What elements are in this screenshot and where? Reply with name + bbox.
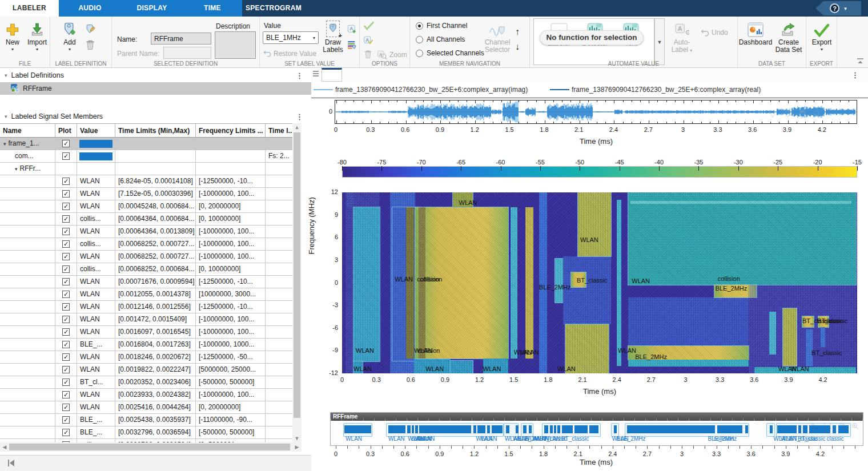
draw-labels-button[interactable]: + Draw Labels (320, 18, 346, 54)
table-row[interactable]: ✓BLE_...[0.0032796, 0.0036594][-500000, … (0, 426, 292, 439)
table-row[interactable]: ✓collis...[0.00068252, 0.000727...[-1000… (0, 238, 292, 251)
table-row[interactable]: ▾frame_1...✓ (0, 138, 292, 150)
add-label-definition-button[interactable]: Add ▾ (58, 18, 81, 52)
scroll-left-arrow[interactable]: ◀ (1, 444, 8, 450)
timeline-label-segment[interactable] (770, 425, 773, 433)
tag-add-icon[interactable] (783, 110, 792, 119)
table-row[interactable]: ▾RFFr... (0, 163, 292, 175)
table-row[interactable]: ✓WLAN[6.824e-05, 0.00014108][-12500000, … (0, 175, 292, 188)
import-button[interactable]: Import ▾ (25, 18, 49, 52)
plot-checkbox[interactable]: ✓ (62, 253, 70, 260)
plot-checkbox[interactable]: ✓ (62, 366, 70, 373)
tab-display[interactable]: DISPLAY (121, 0, 183, 17)
radio-selected-channels[interactable]: Selected Channels (416, 49, 484, 57)
help-button[interactable]: ? ▾ (815, 1, 861, 15)
timeline-label-segment[interactable] (803, 425, 807, 433)
label-check-icon[interactable]: A (363, 35, 373, 45)
plot-checkbox[interactable]: ✓ (62, 416, 70, 424)
timeline-label-segment[interactable] (523, 425, 527, 433)
dashboard-button[interactable]: Dashboard (740, 18, 771, 46)
plot-checkbox[interactable]: ✓ (62, 341, 70, 348)
table-row[interactable]: ✓WLAN[0.001472, 0.0015409][-10000000, 10… (0, 313, 292, 326)
spectrogram-roi[interactable] (578, 192, 611, 256)
plot-checkbox[interactable]: ✓ (62, 291, 70, 298)
table-row[interactable]: ✓BLE_...[0.0016804, 0.0017263][-1000000,… (0, 339, 292, 351)
radio-all-channels[interactable]: All Channels (416, 35, 465, 43)
timeline-label-segment[interactable] (717, 425, 742, 433)
parent-name-field[interactable] (163, 47, 211, 59)
timeline-label-segment[interactable] (412, 425, 414, 433)
tag-icon[interactable] (768, 110, 777, 119)
plot-checkbox[interactable]: ✓ (62, 265, 70, 273)
table-row[interactable]: ✓WLAN[0.00071676, 0.0009594][-12500000, … (0, 276, 292, 288)
plot-checkbox[interactable]: ✓ (62, 316, 70, 323)
plot-checkbox[interactable]: ✓ (62, 429, 70, 436)
timeline-label-segment[interactable] (574, 425, 588, 433)
timeline-label-segment[interactable] (550, 425, 553, 433)
row-expand-icon[interactable]: ▾ (15, 166, 18, 172)
column-header-name[interactable]: Name (0, 124, 55, 138)
timeline-label-segment[interactable] (544, 425, 548, 433)
export-button[interactable]: Export ▾ (809, 18, 835, 52)
name-field[interactable] (151, 33, 211, 45)
table-row[interactable]: ✓WLAN[0.00064364, 0.0013809][-10000000, … (0, 226, 292, 238)
delete-label-definition-button[interactable] (85, 39, 96, 51)
members-header[interactable]: ▾ Labeled Signal Set Members ⋮ (0, 110, 311, 123)
timeline-label-segment[interactable] (407, 425, 411, 433)
zoom-in-icon[interactable] (851, 422, 859, 430)
auto-label-button[interactable]: A⚙ Auto- Label ▾ (669, 18, 694, 54)
zoom-icon[interactable] (813, 110, 822, 119)
timeline-label-segment[interactable] (516, 425, 519, 433)
plot-checkbox[interactable]: ✓ (62, 240, 70, 248)
timeline-label-segment[interactable] (344, 425, 371, 433)
plot-checkbox[interactable]: ✓ (62, 190, 70, 198)
timeline-label-segment[interactable] (627, 425, 715, 433)
scroll-down-arrow[interactable]: ▼ (292, 436, 302, 441)
plot-checkbox[interactable]: ✓ (62, 152, 70, 160)
column-header-time-limits[interactable]: Time Limits (Min,Max) (115, 124, 196, 138)
column-header-time-info[interactable]: Time I... (266, 124, 292, 138)
timeline-label-segment[interactable] (492, 425, 503, 433)
table-row[interactable]: ✓WLAN[0.0023933, 0.0024382][-10000000, 1… (0, 389, 292, 401)
table-row[interactable]: ✓collis...[0.00068252, 0.000684...[0, 10… (0, 263, 292, 276)
plot-checkbox[interactable]: ✓ (62, 215, 70, 223)
vertical-scrollbar[interactable]: ▲ ▼ (292, 123, 302, 442)
member-plot-tab[interactable] (322, 68, 342, 82)
legend-imag[interactable]: frame_138769090412766230_bw_25E+6:comple… (314, 86, 528, 94)
edit-label-definition-button[interactable] (85, 23, 96, 35)
table-row[interactable]: ✓BLE_...[0.0025438, 0.0035937][-11000000… (0, 414, 292, 426)
previous-member-button[interactable]: ↑ (515, 27, 520, 37)
description-field[interactable] (215, 31, 256, 59)
tab-audio[interactable]: AUDIO (59, 0, 121, 17)
timeline-label-segment[interactable] (838, 425, 849, 433)
timeline-label-segment[interactable] (589, 425, 598, 433)
new-button[interactable]: New ▾ (1, 18, 24, 52)
table-row[interactable]: ✓WLAN[0.0025416, 0.0044264][0, 20000000] (0, 401, 292, 414)
spectrogram-roi[interactable] (353, 207, 380, 361)
legend-real[interactable]: frame_138769090412766230_bw_25E+6:comple… (550, 86, 761, 94)
spectrogram-roi[interactable] (783, 308, 797, 365)
row-expand-icon[interactable]: ▾ (3, 141, 6, 147)
timeline-label-segment[interactable] (419, 425, 471, 433)
tab-labeler[interactable]: LABELER (0, 0, 59, 17)
plot-checkbox[interactable]: ✓ (62, 303, 70, 311)
plot-checkbox[interactable]: ✓ (62, 203, 70, 210)
timeline-label-segment[interactable] (487, 425, 490, 433)
timeline-label-segment[interactable] (562, 425, 573, 433)
value-combobox[interactable]: BLE_1MHz ▾ (263, 31, 319, 44)
vertical-scroll-thumb[interactable] (294, 132, 300, 418)
timeline-label-segment[interactable] (477, 425, 485, 433)
timeline-label-segment[interactable] (473, 425, 476, 433)
plot-checkbox[interactable]: ✓ (62, 140, 70, 147)
timeline-label-segment[interactable] (554, 425, 556, 433)
table-row[interactable]: ✓WLAN[0.0019822, 0.0022247][5000000, 250… (0, 364, 292, 376)
trash-icon[interactable] (798, 110, 807, 119)
timeline-label-segment[interactable] (388, 425, 405, 433)
add-label-value-button[interactable]: A (347, 24, 357, 34)
table-row[interactable]: ✓WLAN[0.00045248, 0.000684...[0, 2000000… (0, 200, 292, 213)
plot-checkbox[interactable]: ✓ (62, 353, 70, 361)
spectrogram-roi[interactable] (415, 207, 508, 358)
table-row[interactable]: ✓WLAN[0.00068252, 0.000727...[-10000000,… (0, 251, 292, 263)
plot-checkbox[interactable]: ✓ (62, 391, 70, 398)
column-header-frequency-limits[interactable]: Frequency Limits ... (196, 124, 266, 138)
